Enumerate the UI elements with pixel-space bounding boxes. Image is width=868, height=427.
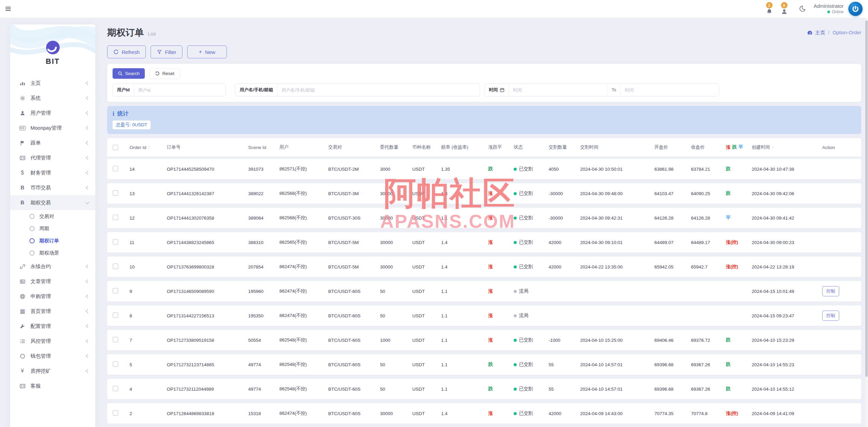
cell-amount: 3000 bbox=[380, 167, 412, 172]
row-checkbox[interactable] bbox=[113, 215, 118, 220]
time-to-input[interactable] bbox=[621, 84, 719, 96]
filter-button[interactable]: Filter bbox=[151, 45, 182, 58]
sidebar-item-risk-management[interactable]: 风控管理 bbox=[10, 334, 95, 349]
cell-result: 平 bbox=[726, 215, 752, 221]
cell-pair: BTC/USDT-60S bbox=[328, 313, 380, 318]
sidebar-item-subscription-management[interactable]: 申购管理 bbox=[10, 289, 95, 304]
search-button[interactable]: Search bbox=[113, 68, 145, 79]
sidebar-item-system[interactable]: 系统 bbox=[10, 91, 95, 106]
sidebar-nav: 主页系统用户管理CCMoonpay管理跟单代理管理$财务管理B币币交易Ƀ期权交易… bbox=[10, 76, 95, 393]
sidebar-item-homepage-management[interactable]: 首页管理 bbox=[10, 304, 95, 319]
cell-amount: 1000 bbox=[380, 338, 412, 343]
sort-arrow-icon: ↑ bbox=[772, 145, 774, 150]
cell-result: 跌 bbox=[726, 166, 752, 172]
column-header-created[interactable]: 创建时间↑ bbox=[752, 144, 822, 150]
breadcrumb-home-link[interactable]: 主页 bbox=[815, 30, 825, 36]
cell-created: 2024-04-15 09:23:47 bbox=[752, 313, 822, 318]
cell-pair: BTC/USDT-60S bbox=[328, 362, 380, 367]
row-checkbox[interactable] bbox=[113, 410, 118, 416]
time-label: 时间 bbox=[489, 87, 498, 93]
hamburger-menu-icon[interactable] bbox=[5, 7, 11, 11]
user-name-label: 用户名/手机/邮箱 bbox=[236, 84, 277, 96]
cell-status: 已交割 bbox=[514, 190, 549, 197]
dark-mode-toggle[interactable] bbox=[798, 5, 806, 13]
row-checkbox[interactable] bbox=[113, 288, 118, 294]
column-header-order_id[interactable]: Order Id↑ bbox=[130, 145, 167, 150]
sidebar-item-moonpay-management[interactable]: CCMoonpay管理 bbox=[10, 120, 95, 135]
sidebar-subitem-trading-pair[interactable]: 交易对 bbox=[10, 210, 95, 222]
sidebar-item-label: 永续合约 bbox=[31, 263, 51, 270]
time-from-input[interactable] bbox=[509, 84, 607, 96]
sidebar-item-finance-management[interactable]: $财务管理 bbox=[10, 165, 95, 180]
row-checkbox[interactable] bbox=[113, 166, 118, 171]
radio-circle-icon bbox=[29, 226, 35, 231]
sidebar-item-config-management[interactable]: 配置管理 bbox=[10, 319, 95, 334]
sidebar-item-customer-service[interactable]: 客服 bbox=[10, 378, 95, 393]
cell-scene_id: 389022 bbox=[248, 191, 279, 196]
scrollbar-thumb[interactable] bbox=[865, 20, 868, 377]
sidebar-item-option-trading[interactable]: Ƀ期权交易 bbox=[10, 195, 95, 210]
cell-created: 2024-04-15 10:01:49 bbox=[752, 289, 822, 294]
cell-order_no: OP1713146509089590 bbox=[167, 289, 248, 294]
user-id-input[interactable] bbox=[134, 84, 225, 96]
select-all-checkbox[interactable] bbox=[113, 145, 118, 150]
cell-odds: 1.1 bbox=[441, 338, 488, 343]
table-row: 8OP1713144227156513195350862474(不控)BTC/U… bbox=[107, 305, 861, 326]
sidebar-subitem-label: 周期 bbox=[39, 225, 49, 232]
new-button[interactable]: + New bbox=[187, 45, 227, 58]
chevron-left-icon bbox=[86, 324, 90, 328]
sidebar-item-agent-management[interactable]: 代理管理 bbox=[10, 150, 95, 165]
orders-table: Order Id↑订单号Scene Id用户交易对委托数量币种名称赔率 (收益率… bbox=[107, 138, 861, 427]
sidebar-item-home[interactable]: 主页 bbox=[10, 76, 95, 91]
column-header-odds: 赔率 (收益率) bbox=[441, 144, 488, 150]
control-button[interactable]: 控制 bbox=[822, 311, 839, 321]
cell-settle_time: 2024-04-22 13:35:00 bbox=[580, 264, 654, 270]
row-checkbox[interactable] bbox=[113, 190, 118, 196]
cell-scene_id: 389064 bbox=[248, 216, 279, 221]
column-header-status: 状态 bbox=[514, 144, 549, 150]
cell-order_no: OP1714438823245865 bbox=[167, 240, 248, 245]
time-to-label: To bbox=[607, 84, 621, 96]
lifering-icon bbox=[19, 294, 26, 299]
breadcrumb-separator: / bbox=[828, 30, 829, 35]
row-checkbox[interactable] bbox=[113, 361, 118, 367]
user-name-input[interactable] bbox=[277, 84, 480, 96]
status-dot bbox=[514, 241, 517, 244]
cell-coin: USDT bbox=[412, 387, 441, 392]
sidebar-item-article-management[interactable]: 文章管理 bbox=[10, 274, 95, 289]
sidebar-item-staking-mining[interactable]: ¥质押挖矿 bbox=[10, 364, 95, 378]
sidebar-item-label: 主页 bbox=[31, 80, 41, 87]
sidebar-item-perpetual-contract[interactable]: 永续合约 bbox=[10, 259, 95, 274]
cell-open_price: 69396.68 bbox=[654, 387, 691, 392]
reset-button[interactable]: Reset bbox=[150, 68, 180, 79]
sidebar-subitem-option-order[interactable]: 期权订单 bbox=[10, 235, 95, 247]
power-logo-icon bbox=[851, 5, 860, 13]
row-checkbox[interactable] bbox=[113, 239, 118, 245]
sidebar-item-copy-trading[interactable]: 跟单 bbox=[10, 135, 95, 150]
table-row: 13OP1714441326142387389022862568(不控)BTC/… bbox=[107, 183, 861, 204]
cell-scene_id: 49774 bbox=[248, 362, 279, 367]
row-checkbox[interactable] bbox=[113, 263, 118, 269]
refresh-button[interactable]: Refresh bbox=[107, 45, 146, 58]
cell-status: 已交割 bbox=[514, 337, 549, 343]
cell-order_id: 10 bbox=[130, 264, 167, 270]
sidebar-item-user-management[interactable]: 用户管理 bbox=[10, 106, 95, 120]
cell-pair: BTC/USDT-60S bbox=[328, 289, 380, 294]
sidebar-item-wallet-management[interactable]: 钱包管理 bbox=[10, 349, 95, 364]
sidebar-item-spot-trading[interactable]: B币币交易 bbox=[10, 180, 95, 195]
row-checkbox[interactable] bbox=[113, 312, 118, 318]
user-alerts-button[interactable]: 0 bbox=[778, 2, 790, 16]
cell-pair: BTC/USDT-60S bbox=[328, 411, 380, 416]
row-checkbox[interactable] bbox=[113, 337, 118, 342]
row-checkbox[interactable] bbox=[113, 386, 118, 391]
user-avatar[interactable] bbox=[848, 2, 863, 16]
cell-open_price: 64126.28 bbox=[654, 216, 691, 221]
cell-result: 跌 bbox=[726, 190, 752, 197]
notification-bell-button[interactable]: 1 bbox=[764, 2, 775, 16]
cell-action: 控制 bbox=[822, 311, 861, 321]
cell-settle_time: 2024-04-09 14:43:00 bbox=[580, 411, 654, 416]
control-button[interactable]: 控制 bbox=[822, 286, 839, 296]
sidebar-subitem-period[interactable]: 周期 bbox=[10, 222, 95, 235]
sidebar-subitem-option-scene[interactable]: 期权场景 bbox=[10, 247, 95, 259]
logo-swoosh-icon bbox=[46, 41, 60, 54]
